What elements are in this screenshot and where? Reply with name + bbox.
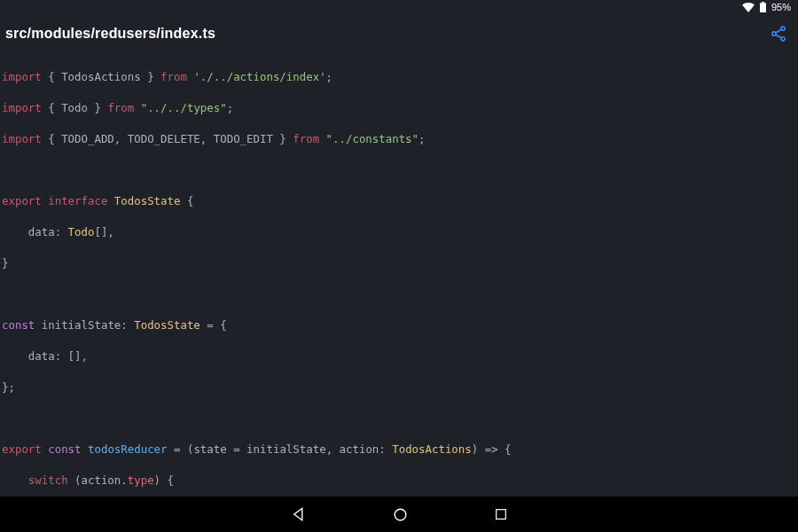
code-line: const initialState: TodosState = {	[2, 317, 796, 333]
code-line: data: [],	[2, 348, 796, 364]
svg-rect-1	[760, 3, 766, 12]
android-nav-bar	[0, 497, 798, 532]
code-editor[interactable]: import { TodosActions } from './../actio…	[0, 53, 798, 497]
android-status-bar: 95%	[0, 0, 798, 14]
svg-point-3	[772, 32, 776, 35]
svg-point-7	[395, 509, 406, 520]
code-line: };	[2, 379, 796, 395]
file-path: src/modules/redusers/index.ts	[5, 26, 215, 42]
code-line	[2, 162, 796, 178]
share-icon[interactable]	[770, 25, 787, 43]
svg-rect-0	[762, 2, 764, 3]
file-title-bar: src/modules/redusers/index.ts	[0, 14, 798, 53]
code-line: import { TODO_ADD, TODO_DELETE, TODO_EDI…	[2, 131, 796, 147]
code-line: import { TodosActions } from './../actio…	[2, 69, 796, 85]
code-line	[2, 411, 796, 426]
battery-icon	[760, 2, 766, 12]
svg-point-4	[781, 37, 785, 41]
battery-percent: 95%	[771, 2, 791, 12]
svg-rect-8	[496, 510, 505, 520]
code-line: data: Todo[],	[2, 224, 796, 240]
code-line	[2, 286, 796, 302]
wifi-icon	[742, 3, 755, 12]
svg-point-2	[781, 27, 785, 30]
svg-line-6	[776, 35, 781, 38]
code-line: export interface TodosState {	[2, 193, 796, 209]
code-line: switch (action.type) {	[2, 473, 796, 489]
svg-line-5	[776, 29, 781, 33]
recents-button[interactable]	[494, 507, 508, 521]
code-line: }	[2, 255, 796, 271]
back-button[interactable]	[291, 506, 307, 522]
home-button[interactable]	[392, 506, 409, 523]
code-line: import { Todo } from "../../types";	[2, 100, 796, 116]
code-line: export const todosReducer = (state = ini…	[2, 442, 796, 458]
